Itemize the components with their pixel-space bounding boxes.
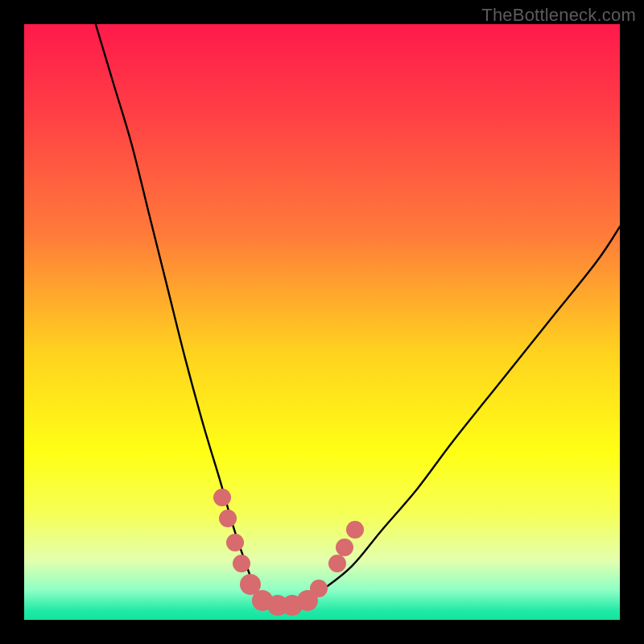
data-marker [226, 534, 244, 551]
data-marker [233, 555, 250, 572]
data-marker [346, 521, 364, 539]
watermark-text: TheBottleneck.com [481, 5, 636, 26]
data-marker [328, 555, 346, 572]
data-marker [219, 510, 237, 527]
data-marker [310, 580, 328, 597]
chart-stage: TheBottleneck.com [0, 0, 644, 644]
data-marker [336, 539, 353, 556]
plot-area [24, 24, 620, 620]
curve-layer [24, 24, 620, 620]
data-marker [213, 489, 231, 506]
